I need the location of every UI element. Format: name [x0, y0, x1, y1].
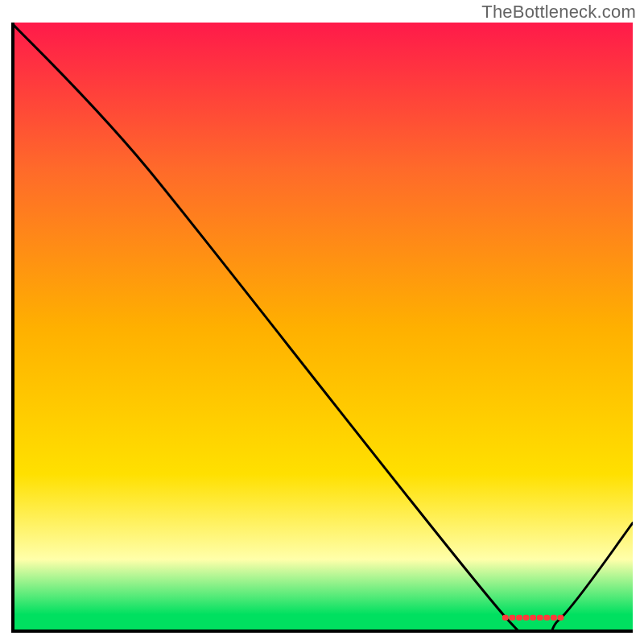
svg-rect-3 [502, 615, 509, 621]
svg-rect-10 [551, 615, 557, 621]
svg-rect-5 [516, 615, 522, 621]
svg-rect-9 [543, 615, 550, 621]
attribution-label: TheBottleneck.com [481, 2, 636, 23]
svg-rect-4 [509, 615, 515, 621]
svg-rect-11 [558, 615, 564, 621]
svg-rect-6 [523, 615, 530, 621]
svg-rect-7 [530, 615, 536, 621]
bottleneck-chart [11, 23, 633, 633]
chart-container: TheBottleneck.com [0, 0, 644, 644]
svg-rect-8 [537, 615, 543, 621]
svg-rect-0 [11, 23, 633, 633]
